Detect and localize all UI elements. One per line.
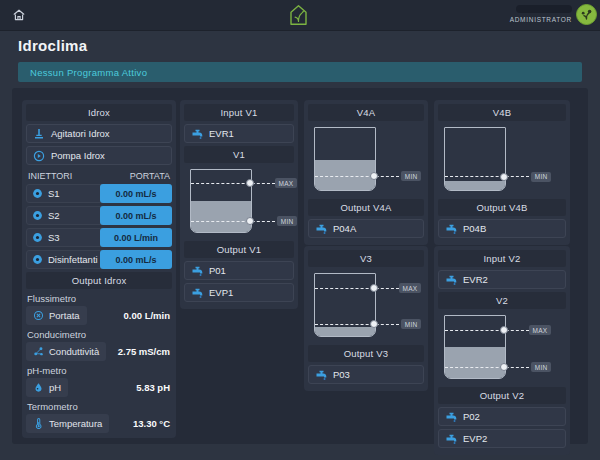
injector-row-s1[interactable]: S1 0.00 mL/s <box>26 184 172 203</box>
output-v3-title: Output V3 <box>308 345 424 362</box>
v1-title: V1 <box>184 146 294 163</box>
injector-row-s2[interactable]: S2 0.00 mL/s <box>26 206 172 225</box>
level-dash <box>315 324 399 325</box>
tank-v2-fill <box>445 347 505 378</box>
level-dash <box>315 288 399 289</box>
evp1-label: EVP1 <box>209 287 233 298</box>
faucet-icon <box>445 411 457 423</box>
status-banner: Nessun Programma Attivo <box>18 62 582 82</box>
evp1-button[interactable]: EVP1 <box>184 283 294 302</box>
tank-v4b-fill <box>445 181 505 190</box>
avatar[interactable] <box>576 4 597 25</box>
tank-v4a-vessel: MIN <box>314 127 376 191</box>
evr1-button[interactable]: EVR1 <box>184 124 294 143</box>
page-title: Idroclima <box>18 37 87 54</box>
level-handle-icon <box>500 363 508 371</box>
sensor-group-label: Conducimetro <box>27 329 171 340</box>
evr1-label: EVR1 <box>209 128 234 139</box>
output-v4a-title: Output V4A <box>308 199 424 216</box>
max-level-chip: MAX <box>399 283 421 293</box>
iniettori-column-label: INIETTORI <box>28 171 72 181</box>
injector-label: Disinfettanti <box>48 254 98 265</box>
radio-dot-icon <box>32 254 43 265</box>
faucet-icon <box>191 287 203 299</box>
v3-panel: V3 MAX MIN Output V3 <box>304 246 428 391</box>
play-circle-icon <box>33 150 45 162</box>
agitator-icon <box>33 128 45 140</box>
level-dash <box>191 183 275 184</box>
v2-panel: Input V2 EVR2 V2 MAX MIN <box>434 246 570 455</box>
level-handle-icon <box>500 326 508 334</box>
sensor-row-conduttivita: Conduttività 2.75 mS/cm <box>26 342 172 361</box>
sensor-label: Temperatura <box>49 418 102 429</box>
tank-v2-vessel: MAX MIN <box>444 315 506 379</box>
faucet-icon <box>315 369 327 381</box>
v4a-panel: V4A MIN Output V4A P04A <box>304 100 428 245</box>
injector-row-s3[interactable]: S3 0.00 L/min <box>26 228 172 247</box>
min-level-chip: MIN <box>401 171 421 181</box>
p01-label: P01 <box>209 265 226 276</box>
output-idrox-title: Output Idrox <box>26 272 172 289</box>
level-handle-icon <box>370 320 378 328</box>
p02-label: P02 <box>463 411 480 422</box>
circle-x-icon <box>33 310 44 321</box>
level-handle-icon <box>370 172 378 180</box>
faucet-icon <box>191 265 203 277</box>
sensor-row-ph: pH 5.83 pH <box>26 378 172 397</box>
tank-v4b: MIN <box>438 124 566 196</box>
v4b-title: V4B <box>438 104 566 121</box>
injector-value: 0.00 mL/s <box>100 250 172 269</box>
admin-menu[interactable]: ADMINISTRATOR <box>502 4 572 23</box>
dashboard-container: Idrox Agitatori Idrox Pompa Idrox INIETT… <box>12 88 588 444</box>
level-dash <box>445 330 529 331</box>
p04a-button[interactable]: P04A <box>308 219 424 238</box>
top-bar: ADMINISTRATOR <box>0 0 600 31</box>
min-level-chip: MIN <box>531 172 551 182</box>
evp2-label: EVP2 <box>463 433 487 444</box>
v2-title: V2 <box>438 292 566 309</box>
sensor-chip: pH <box>26 378 68 397</box>
tank-v4a-fill <box>315 160 375 190</box>
injector-value: 0.00 mL/s <box>100 206 172 225</box>
administrator-label: ADMINISTRATOR <box>502 16 572 23</box>
pompa-idrox-button[interactable]: Pompa Idrox <box>26 146 172 165</box>
level-handle-icon <box>246 179 254 187</box>
p02-button[interactable]: P02 <box>438 407 566 426</box>
level-dash <box>315 176 399 177</box>
agitatori-idrox-button[interactable]: Agitatori Idrox <box>26 124 172 143</box>
thermometer-icon <box>33 418 44 429</box>
evp2-button[interactable]: EVP2 <box>438 429 566 448</box>
sensor-value: 2.75 mS/cm <box>118 346 172 357</box>
tank-v1-fill <box>191 201 251 232</box>
level-handle-icon <box>500 173 508 181</box>
evr2-button[interactable]: EVR2 <box>438 270 566 289</box>
v4a-title: V4A <box>308 104 424 121</box>
molecule-icon <box>33 346 44 357</box>
injector-value: 0.00 mL/s <box>100 184 172 203</box>
injector-value: 0.00 L/min <box>100 228 172 247</box>
p04b-button[interactable]: P04B <box>438 219 566 238</box>
injector-row-disinfettanti[interactable]: Disinfettanti 0.00 mL/s <box>26 250 172 269</box>
min-level-chip: MIN <box>277 216 297 226</box>
tank-v2: MAX MIN <box>438 312 566 384</box>
p01-button[interactable]: P01 <box>184 261 294 280</box>
v3-title: V3 <box>308 250 424 267</box>
sensor-chip: Temperatura <box>26 414 109 433</box>
faucet-icon <box>315 223 327 235</box>
sensor-row-temperatura: Temperatura 13.30 °C <box>26 414 172 433</box>
home-icon <box>12 8 26 22</box>
portata-column-label: PORTATA <box>130 171 170 181</box>
tank-v3-fill <box>315 327 375 336</box>
house-leaf-logo-icon <box>289 4 308 26</box>
p03-label: P03 <box>333 369 350 380</box>
faucet-icon <box>191 128 203 140</box>
avatar-sprout-icon <box>580 8 593 21</box>
injectors-header: INIETTORI PORTATA <box>26 168 172 184</box>
p03-button[interactable]: P03 <box>308 365 424 384</box>
output-v1-title: Output V1 <box>184 241 294 258</box>
home-button[interactable] <box>12 8 26 22</box>
max-level-chip: MAX <box>275 178 297 188</box>
radio-dot-icon <box>32 210 43 221</box>
idrox-panel-title: Idrox <box>26 104 172 121</box>
radio-dot-icon <box>32 188 43 199</box>
